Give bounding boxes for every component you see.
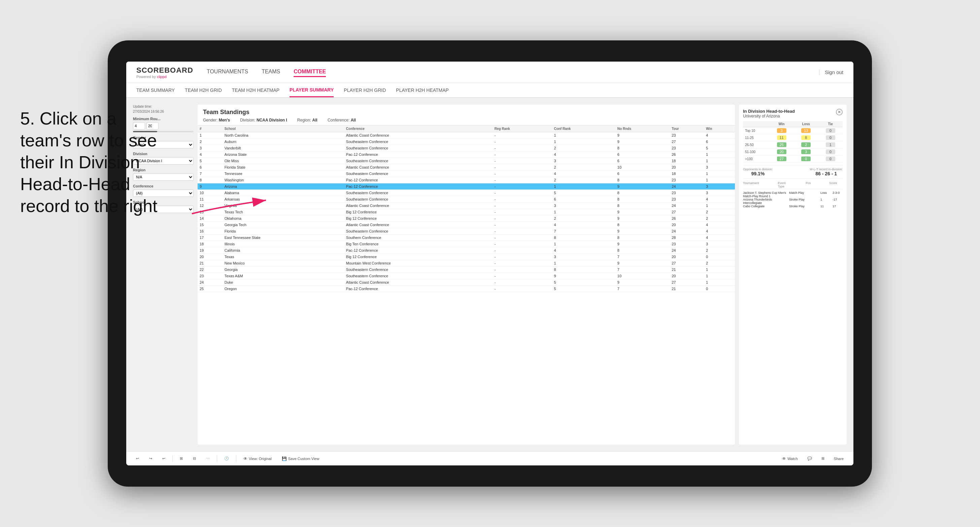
tournament-score: 17 xyxy=(832,205,843,208)
cell-reg-rank: - xyxy=(493,132,552,139)
nav-teams[interactable]: TEAMS xyxy=(262,67,280,77)
table-row[interactable]: 17 East Tennessee State Southern Confere… xyxy=(197,235,735,241)
cell-rank: 2 xyxy=(197,139,223,145)
cell-conference: Pac-12 Conference xyxy=(344,286,493,292)
table-row[interactable]: 19 California Pac-12 Conference - 4 8 24… xyxy=(197,248,735,254)
h2h-loss-cell: 2 xyxy=(794,141,818,148)
cell-no-rnds: 10 xyxy=(616,273,670,279)
table-row[interactable]: 13 Texas Tech Big 12 Conference - 1 9 27… xyxy=(197,209,735,215)
cell-rank: 8 xyxy=(197,177,223,183)
table-row[interactable]: 22 Georgia Southeastern Conference - 8 7… xyxy=(197,267,735,273)
clock-button[interactable]: 🕐 xyxy=(221,455,232,462)
cell-conf-rank: 1 xyxy=(552,260,615,267)
cell-rank: 5 xyxy=(197,158,223,164)
subnav-team-summary[interactable]: TEAM SUMMARY xyxy=(136,83,175,97)
cell-conf-rank: 8 xyxy=(552,235,615,241)
table-row[interactable]: 24 Duke Atlantic Coast Conference - 5 9 … xyxy=(197,279,735,286)
cell-school: Georgia Tech xyxy=(223,222,344,228)
table-row[interactable]: 15 Georgia Tech Atlantic Coast Conferenc… xyxy=(197,222,735,228)
table-row[interactable]: 20 Texas Big 12 Conference - 3 7 20 0 xyxy=(197,254,735,260)
nav-committee[interactable]: COMMITTEE xyxy=(294,67,326,77)
table-row[interactable]: 16 Florida Southeastern Conference - 7 9… xyxy=(197,228,735,235)
comment-button[interactable]: 💬 xyxy=(804,455,815,462)
table-row[interactable]: 14 Oklahoma Big 12 Conference - 2 9 26 2 xyxy=(197,215,735,222)
cell-school: Vanderbilt xyxy=(223,145,344,151)
cell-no-rnds: 8 xyxy=(616,145,670,151)
tournament-type: Match Play xyxy=(789,191,818,195)
table-row[interactable]: 23 Texas A&M Southeastern Conference - 9… xyxy=(197,273,735,279)
cell-rank: 4 xyxy=(197,151,223,158)
subnav-player-summary[interactable]: PLAYER SUMMARY xyxy=(290,83,334,97)
subnav-team-h2h-heatmap[interactable]: TEAM H2H HEATMAP xyxy=(232,83,279,97)
undo-button[interactable]: ↩ xyxy=(133,455,142,462)
cell-win: 6 xyxy=(704,139,735,145)
table-row[interactable]: 12 Virginia Atlantic Coast Conference - … xyxy=(197,203,735,209)
top-nav: SCOREBOARD Powered by clippd TOURNAMENTS… xyxy=(126,62,853,83)
nav-tournaments[interactable]: TOURNAMENTS xyxy=(207,67,248,77)
standings-panel: Team Standings Gender: Men's Division: N… xyxy=(197,105,735,444)
cell-no-rnds: 6 xyxy=(616,158,670,164)
cell-conf-rank: 7 xyxy=(552,228,615,235)
more-button[interactable]: ⋯ xyxy=(203,455,213,462)
tournament-pos: 11 xyxy=(821,205,830,208)
cell-no-rnds: 10 xyxy=(616,164,670,171)
table-row[interactable]: 10 Alabama Southeastern Conference - 5 8… xyxy=(197,190,735,196)
cell-win: 4 xyxy=(704,228,735,235)
h2h-close-button[interactable]: ✕ xyxy=(836,109,843,116)
table-row[interactable]: 6 Florida State Atlantic Coast Conferenc… xyxy=(197,164,735,171)
subnav-team-h2h-grid[interactable]: TEAM H2H GRID xyxy=(185,83,222,97)
cell-tour: 23 xyxy=(670,177,704,183)
table-row[interactable]: 4 Arizona State Pac-12 Conference - 4 6 … xyxy=(197,151,735,158)
table-row[interactable]: 1 North Carolina Atlantic Coast Conferen… xyxy=(197,132,735,139)
subnav-player-h2h-grid[interactable]: PLAYER H2H GRID xyxy=(344,83,386,97)
save-custom-view-button[interactable]: 💾 Save Custom View xyxy=(279,455,323,463)
tournament-name: Cabo Collegiate xyxy=(743,205,787,208)
table-row[interactable]: 21 New Mexico Mountain West Conference -… xyxy=(197,260,735,267)
table-row[interactable]: 8 Washington Pac-12 Conference - 2 8 23 … xyxy=(197,177,735,183)
table-row[interactable]: 25 Oregon Pac-12 Conference - 5 7 21 0 xyxy=(197,286,735,292)
cell-conf-rank: 1 xyxy=(552,139,615,145)
cell-conference: Atlantic Coast Conference xyxy=(344,203,493,209)
h2h-win-cell: 3 xyxy=(769,127,794,134)
cell-conf-rank: 2 xyxy=(552,145,615,151)
cell-win: 1 xyxy=(704,177,735,183)
table-row[interactable]: 9 Arizona Pac-12 Conference - 1 9 24 3 xyxy=(197,183,735,190)
table-row[interactable]: 5 Ole Miss Southeastern Conference - 3 6… xyxy=(197,158,735,164)
cell-reg-rank: - xyxy=(493,139,552,145)
watch-button[interactable]: 👁 Watch xyxy=(779,455,801,463)
h2h-range: 11-25 xyxy=(743,134,769,141)
cell-conference: Southern Conference xyxy=(344,235,493,241)
cell-tour: 18 xyxy=(670,171,704,177)
cell-tour: 28 xyxy=(670,235,704,241)
subnav-player-h2h-heatmap[interactable]: PLAYER H2H HEATMAP xyxy=(396,83,449,97)
cell-reg-rank: - xyxy=(493,260,552,267)
h2h-win-cell: 25 xyxy=(769,141,794,148)
step-back-button[interactable]: ↩ xyxy=(159,455,168,462)
view-original-button[interactable]: 👁 View: Original xyxy=(240,455,275,463)
h2h-row: 26-50 25 2 1 xyxy=(743,141,843,148)
col-school: School xyxy=(223,125,344,132)
h2h-header: In Division Head-to-Head University of A… xyxy=(743,109,843,119)
sign-out-button[interactable]: Sign out xyxy=(819,69,843,75)
tournament-type: Stroke Play xyxy=(789,198,818,201)
redo-small-button[interactable]: ↪ xyxy=(146,455,155,462)
cell-tour: 27 xyxy=(670,139,704,145)
table-row[interactable]: 2 Auburn Southeastern Conference - 1 9 2… xyxy=(197,139,735,145)
cell-no-rnds: 9 xyxy=(616,183,670,190)
share-button[interactable]: Share xyxy=(831,455,847,462)
cell-reg-rank: - xyxy=(493,254,552,260)
zoom-out-button[interactable]: ⊟ xyxy=(190,455,199,462)
cell-rank: 23 xyxy=(197,273,223,279)
cell-rank: 25 xyxy=(197,286,223,292)
h2h-table: Win Loss Tie Top 10 3 13 0 11-25 11 8 0 … xyxy=(743,121,843,162)
cell-reg-rank: - xyxy=(493,190,552,196)
tournament-pos: Loss xyxy=(821,191,830,195)
table-row[interactable]: 11 Arkansas Southeastern Conference - 6 … xyxy=(197,196,735,203)
table-row[interactable]: 3 Vanderbilt Southeastern Conference - 2… xyxy=(197,145,735,151)
grid-button[interactable]: ⊞ xyxy=(818,455,827,462)
table-row[interactable]: 18 Illinois Big Ten Conference - 1 9 23 … xyxy=(197,241,735,248)
cell-conference: Atlantic Coast Conference xyxy=(344,222,493,228)
cell-conference: Southeastern Conference xyxy=(344,145,493,151)
table-row[interactable]: 7 Tennessee Southeastern Conference - 4 … xyxy=(197,171,735,177)
zoom-in-button[interactable]: ⊞ xyxy=(177,455,186,462)
